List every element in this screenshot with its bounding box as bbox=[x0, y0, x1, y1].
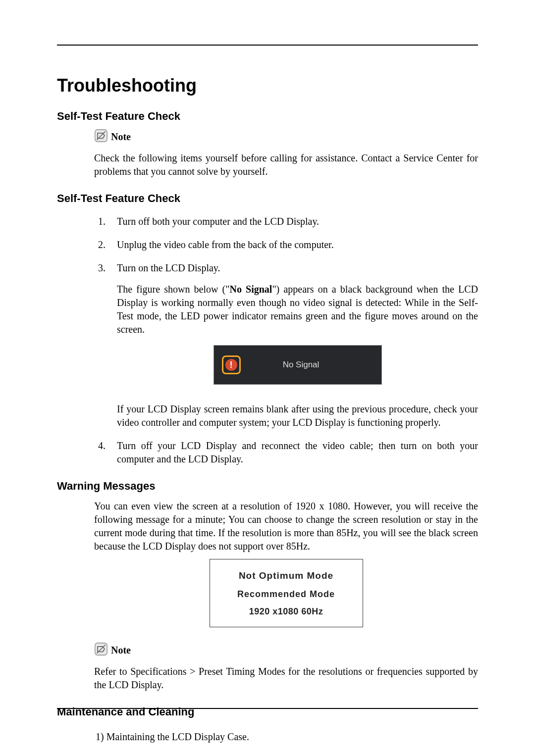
step-2: Unplug the video cable from the back of … bbox=[117, 239, 334, 250]
heading-warning-messages: Warning Messages bbox=[57, 480, 478, 493]
warning-body: You can even view the screen at a resolu… bbox=[94, 500, 478, 553]
note-text: Check the following items yourself befor… bbox=[94, 151, 478, 178]
note-icon bbox=[94, 129, 108, 145]
page-title: Troubleshooting bbox=[57, 75, 478, 96]
no-signal-figure: ! No Signal bbox=[214, 345, 382, 385]
step-4: Turn off your LCD Display and reconnect … bbox=[117, 440, 478, 464]
list-item: Unplug the video cable from the back of … bbox=[108, 238, 478, 252]
box-line2: Recommended Mode bbox=[215, 589, 358, 600]
box-line1: Not Optimum Mode bbox=[215, 570, 358, 581]
divider-top bbox=[57, 45, 478, 46]
note-label: Note bbox=[111, 645, 131, 656]
step-1: Turn off both your computer and the LCD … bbox=[117, 216, 319, 227]
divider-bottom bbox=[57, 708, 478, 709]
after-figure-text: If your LCD Display screen remains blank… bbox=[117, 403, 478, 429]
maintenance-line1: 1) Maintaining the LCD Display Case. bbox=[96, 730, 478, 744]
list-item: Turn on the LCD Display. The figure show… bbox=[108, 261, 478, 429]
alert-icon: ! bbox=[222, 355, 241, 374]
not-optimum-mode-figure: Not Optimum Mode Recommended Mode 1920 x… bbox=[210, 559, 363, 627]
heading-maintenance: Maintenance and Cleaning bbox=[57, 706, 478, 718]
heading-self-test-2: Self-Test Feature Check bbox=[57, 192, 478, 205]
note-label: Note bbox=[111, 131, 131, 143]
note-block: Note bbox=[94, 642, 478, 658]
figure-description: The figure shown below ("No Signal") app… bbox=[117, 283, 478, 336]
exclamation-icon: ! bbox=[225, 359, 237, 371]
step-3: Turn on the LCD Display. bbox=[117, 262, 220, 273]
note-block: Note bbox=[94, 129, 478, 145]
no-signal-label: No Signal bbox=[241, 359, 381, 371]
self-test-steps: Turn off both your computer and the LCD … bbox=[108, 215, 478, 466]
list-item: Turn off both your computer and the LCD … bbox=[108, 215, 478, 228]
note-text-2: Refer to Specifications > Preset Timing … bbox=[94, 665, 478, 692]
list-item: Turn off your LCD Display and reconnect … bbox=[108, 439, 478, 466]
heading-self-test-1: Self-Test Feature Check bbox=[57, 110, 478, 123]
note-icon bbox=[94, 642, 108, 658]
box-line3: 1920 x1080 60Hz bbox=[215, 606, 358, 617]
